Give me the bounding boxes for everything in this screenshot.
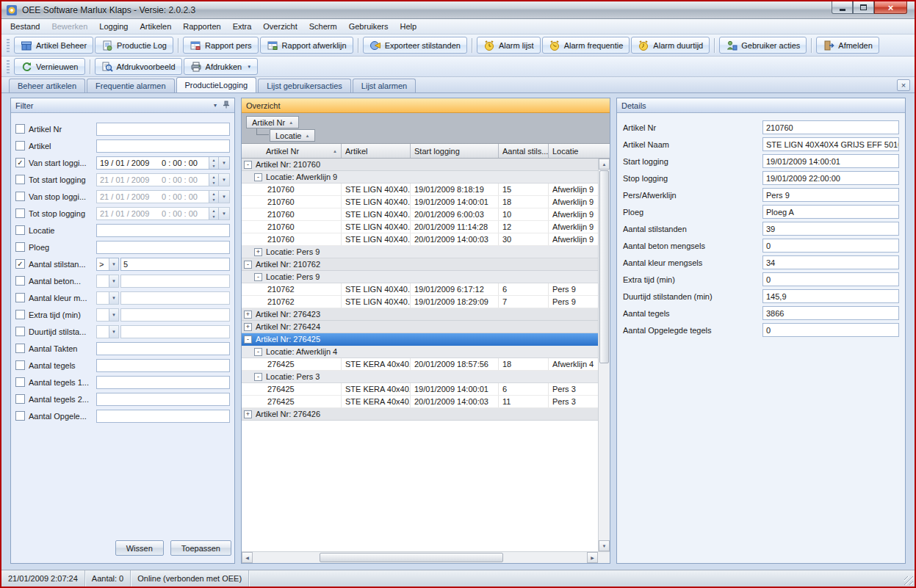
filter-checkbox[interactable]: ✓ (15, 259, 25, 269)
column-header-start-logging[interactable]: Start logging (411, 144, 499, 158)
collapse-icon[interactable]: - (254, 373, 262, 381)
table-row[interactable]: 210762STE LIGN 40X40...19/01/2009 18:29:… (242, 296, 598, 308)
alarm-duurtijd-button[interactable]: Alarm duurtijd (631, 37, 710, 54)
filter-checkbox[interactable] (15, 394, 25, 404)
detail-value-field[interactable]: Pers 9 (762, 188, 899, 202)
operator-select[interactable]: ▼ (96, 275, 119, 288)
collapse-icon[interactable]: - (254, 173, 262, 181)
detail-value-field[interactable]: 19/01/2009 22:00:00 (762, 171, 899, 185)
scroll-down-icon[interactable]: ▼ (599, 540, 610, 551)
rapport-afwerklijn-button[interactable]: Rapport afwerklijn (260, 37, 353, 54)
spin-down-icon[interactable]: ▼ (209, 197, 218, 203)
column-header-aantal-stilstanden[interactable]: Aantal stils... (499, 144, 549, 158)
detail-value-field[interactable]: 3866 (762, 306, 899, 320)
horizontal-scroll-track[interactable] (253, 552, 587, 563)
group-chip-locatie[interactable]: Locatie ▲ (270, 129, 315, 142)
spinner-buttons[interactable]: ▲▼ (209, 191, 218, 203)
scroll-right-icon[interactable]: ▶ (587, 552, 598, 563)
filter-input[interactable] (96, 393, 230, 406)
menu-rapporten[interactable]: Rapporten (177, 20, 226, 33)
filter-checkbox[interactable] (15, 411, 25, 421)
filter-checkbox[interactable] (15, 293, 25, 302)
exporteer-stilstanden-button[interactable]: Exporteer stilstanden (363, 37, 467, 54)
datetime-input[interactable]: 21 / 01 / 20090 : 00 : 00▲▼▼ (96, 173, 230, 186)
calendar-dropdown-button[interactable]: ▼ (218, 174, 229, 186)
alarm-frequentie-button[interactable]: Alarm frequentie (542, 37, 630, 54)
operator-select[interactable]: ▼ (96, 325, 119, 338)
group-row[interactable]: +Artikel Nr: 276423 (242, 308, 598, 321)
filter-input[interactable]: 5 (120, 258, 230, 271)
detail-value-field[interactable]: 0 (762, 323, 899, 337)
filter-checkbox[interactable] (15, 225, 25, 235)
filter-checkbox[interactable] (15, 242, 25, 252)
vertical-scrollbar[interactable]: ▲ ▼ (598, 159, 610, 551)
spin-down-icon[interactable]: ▼ (209, 163, 218, 169)
filter-input[interactable] (96, 410, 230, 423)
filter-input[interactable] (96, 342, 230, 355)
table-row[interactable]: 210760STE LIGN 40X40...19/01/2009 14:00:… (242, 196, 598, 208)
artikel-beheer-button[interactable]: Artikel Beheer (14, 37, 93, 54)
tab-lijst-alarmen[interactable]: Lijst alarmen (353, 79, 416, 92)
horizontal-scrollbar[interactable]: ◀ ▶ (242, 551, 610, 563)
column-header-artikel-nr[interactable]: Artikel Nr ▲ (262, 144, 342, 158)
menu-extra[interactable]: Extra (227, 20, 258, 33)
detail-value-field[interactable]: Ploeg A (762, 205, 899, 219)
group-row[interactable]: -Artikel Nr: 210760 (242, 159, 598, 171)
detail-value-field[interactable]: 210760 (762, 120, 899, 134)
filter-checkbox[interactable] (15, 344, 25, 353)
tab-frequentie-alarmen[interactable]: Frequentie alarmen (87, 79, 174, 92)
afdrukvoorbeeld-button[interactable]: Afdrukvoorbeeld (95, 58, 182, 75)
filter-checkbox[interactable] (15, 141, 25, 150)
expand-icon[interactable]: + (244, 410, 252, 418)
filter-input[interactable] (96, 139, 230, 153)
group-chip-artikel-nr[interactable]: Artikel Nr ▲ (246, 116, 299, 128)
tab-beheer-artikelen[interactable]: Beheer artikelen (9, 79, 85, 92)
pin-icon[interactable] (222, 101, 230, 110)
afdrukken-button[interactable]: Afdrukken▼ (184, 58, 258, 75)
operator-select[interactable]: >▼ (96, 258, 119, 271)
filter-checkbox[interactable] (15, 208, 25, 218)
detail-value-field[interactable]: STE LIGN 40X40X4 GRIJS EFF 5010 (762, 137, 899, 151)
menu-gebruikers[interactable]: Gebruikers (343, 20, 394, 33)
group-row[interactable]: +Artikel Nr: 276426 (242, 408, 598, 421)
table-row[interactable]: 210760STE LIGN 40X40...20/01/2009 14:00:… (242, 233, 598, 246)
filter-input[interactable] (120, 325, 230, 338)
group-row[interactable]: -Locatie: Pers 9 (242, 271, 598, 283)
scroll-up-icon[interactable]: ▲ (599, 159, 610, 170)
filter-input[interactable] (96, 224, 230, 237)
filter-checkbox[interactable] (15, 327, 25, 336)
filter-input[interactable] (96, 359, 230, 372)
menu-bestand[interactable]: Bestand (4, 20, 46, 33)
table-row[interactable]: 276425STE KERA 40x40...20/01/2009 14:00:… (242, 396, 598, 408)
collapse-icon[interactable]: - (254, 348, 262, 356)
productie-log-button[interactable]: Productie Log (95, 37, 173, 54)
spin-down-icon[interactable]: ▼ (209, 180, 218, 186)
operator-select[interactable]: ▼ (96, 291, 119, 305)
table-row[interactable]: 210760STE LIGN 40X40...20/01/2009 6:00:0… (242, 208, 598, 221)
spin-up-icon[interactable]: ▲ (209, 157, 218, 163)
spinner-buttons[interactable]: ▲▼ (209, 208, 218, 219)
spinner-buttons[interactable]: ▲▼ (209, 174, 218, 186)
gebruiker-acties-button[interactable]: Gebruiker acties (719, 37, 807, 54)
table-row[interactable]: 210760STE LIGN 40X40...20/01/2009 11:14:… (242, 221, 598, 233)
clear-filter-button[interactable]: Wissen (115, 540, 164, 556)
collapse-chevron-icon[interactable]: ▾ (214, 102, 217, 109)
filter-checkbox[interactable] (15, 192, 25, 201)
filter-checkbox[interactable] (15, 276, 25, 286)
calendar-dropdown-button[interactable]: ▼ (218, 157, 229, 169)
afmelden-button[interactable]: Afmelden (816, 37, 879, 54)
tab-lijst-gebruikersacties[interactable]: Lijst gebruikersacties (258, 79, 351, 92)
datetime-input[interactable]: 19 / 01 / 20090 : 00 : 00▲▼▼ (96, 156, 230, 170)
filter-checkbox[interactable] (15, 310, 25, 319)
scroll-left-icon[interactable]: ◀ (242, 552, 253, 563)
detail-value-field[interactable]: 145,9 (762, 289, 899, 303)
menu-logging[interactable]: Logging (93, 20, 134, 33)
menu-overzicht[interactable]: Overzicht (257, 20, 303, 33)
expand-icon[interactable]: + (244, 311, 252, 319)
close-button[interactable]: × (874, 1, 907, 14)
table-row[interactable]: 276425STE KERA 40x40...20/01/2009 18:57:… (242, 358, 598, 371)
group-row[interactable]: -Locatie: Afwerklijn 4 (242, 346, 598, 358)
apply-filter-button[interactable]: Toepassen (170, 540, 231, 556)
resize-grip[interactable] (904, 576, 913, 585)
horizontal-scroll-thumb[interactable] (320, 553, 503, 562)
